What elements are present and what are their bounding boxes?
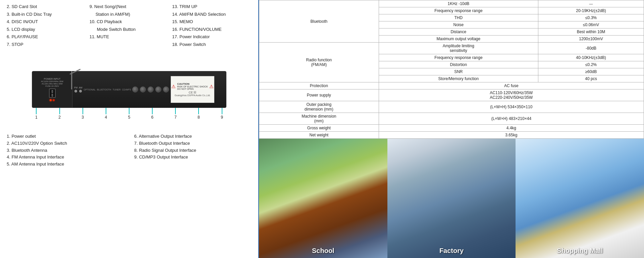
feature-item: 11. MUTE [90,34,169,40]
knob1 [132,86,138,92]
spec-val: — [538,0,644,7]
feature-item: 4. DISC IN/OUT [7,18,86,25]
power-outlet [49,88,56,98]
spec-val-distance: Best within 10M [538,28,644,36]
connector-line-3: 3 [82,108,84,120]
power-indicator-label: 17. Power Indicator [172,34,252,40]
specs-table: Bluetooth 1KHz -10dB — Frequency respons… [259,0,644,139]
feature-item: 2. SD Card Slot [7,3,86,10]
spec-val-protection: AC fuse [379,82,644,89]
spec-name-distance: Distance [379,28,538,36]
back-label-6: 6. Alternative Output Interface [134,133,252,140]
feature-item: 16. FUNCTION/VOLUME [172,26,252,33]
feature-col3: 13. TRIM UP 14. AM/FM BAND Selection 15.… [172,3,252,48]
back-labels-col2: 6. Alternative Output Interface 7. Bluet… [134,133,252,168]
back-label-9: 9. CD/MP3 Output Interface [134,154,252,161]
factory-label: Factory [439,247,464,255]
back-label-3: 3. Bluetooth Antenna [7,147,124,154]
spec-name-radio-freq: Frequency response range [379,54,538,61]
feature-item: 13. TRIM UP [172,3,252,10]
knob3 [148,86,154,92]
school-label: School [312,247,334,255]
factory-image: Factory [387,139,516,258]
device-section: POWER INPUTAC110V-220V/40hz 35WAC220-240… [7,53,252,126]
spec-val-snr: ≥60dB [538,68,644,75]
back-labels-section: 1. Power outlet 2. AC110V/220V Option Sw… [7,133,252,168]
back-labels-col1: 1. Power outlet 2. AC110V/220V Option Sw… [7,133,124,168]
spec-cat-power: Power supply [259,89,379,101]
feature-item: 10. CD Playback [90,18,169,25]
spec-val-machine: (L×W×H) 483×210×44 [379,113,644,125]
connector-line-7: 7 [174,108,177,120]
spec-val-amp: -80dB [538,43,644,54]
back-label-5: 5. AM Antenna Input Interface [7,161,124,168]
mall-label: Shopping Mall [557,247,603,255]
connector-line-8: 8 [198,108,200,120]
mode-switch-button-label: Mode Switch Button [90,26,169,33]
feature-item: 9. Next Song/(Next [90,3,169,10]
device-right-section: ⚠ CAUTION RISK OF ELECTRIC SHOCK DO NOT … [159,71,226,108]
spec-name-amp: Amplitude limitingsensitivity [379,43,538,54]
connector-line-1: 1 [35,108,38,120]
knob2 [140,86,146,92]
back-label-2: 2. AC110V/220V Option Switch [7,140,124,147]
spec-val-distortion: ≤0.2% [538,61,644,68]
spec-name-distortion: Distortion [379,61,538,68]
spec-cat-machine: Machine dimension(mm) [259,113,379,125]
spec-name-thd: THD [379,14,538,21]
left-panel: 2. SD Card Slot 3. Built-in CD Disc Tray… [0,0,258,258]
spec-val-noise: ≤0.06mV [538,21,644,28]
feature-item: 3. Built-in CD Disc Tray [7,11,86,18]
device-middle: FM AM OPTIONAL BLUETOOTH TUNER CD/MP3 [72,71,159,108]
led-red2 [53,99,55,101]
school-image: School [259,139,387,258]
spec-name-snr: SNR [379,68,538,75]
caution-box: ⚠ CAUTION RISK OF ELECTRIC SHOCK DO NOT … [171,76,214,103]
spec-val-maxvolt: 1200±100mV [538,36,644,43]
feature-item: Station in AM/FM) [90,11,169,18]
spec-val-net: 3.65kg [379,132,644,139]
spec-cat-gross: Gross weight [259,125,379,132]
images-section: School Factory Shopping Mall [259,139,644,258]
feature-item: 14. AM/FM BAND Selection [172,11,252,18]
specs-wrapper: Bluetooth 1KHz -10dB — Frequency respons… [259,0,644,139]
feature-list: 2. SD Card Slot 3. Built-in CD Disc Tray… [7,3,252,48]
led-red [50,99,52,101]
spec-cat-outer: Outer packingdimension (mm) [259,101,379,113]
mall-image: Shopping Mall [516,139,644,258]
spec-name-store: Store/Memory function [379,75,538,82]
spec-val-gross: 4.4kg [379,125,644,132]
spec-cat-protection: Protection [259,82,379,89]
connector-line-2: 2 [58,108,61,120]
spec-val-outer: (L×W×H) 534×350×110 [379,101,644,113]
connector-line-6: 6 [151,108,154,120]
feature-item: 18. Power Switch [172,41,252,48]
connector-line-9: 9 [221,108,223,120]
spec-name-maxvolt: Maximum output voltage [379,36,538,43]
spec-val-store: 40 pcs [538,75,644,82]
right-panel: Bluetooth 1KHz -10dB — Frequency respons… [259,0,644,258]
spec-val-radio-freq: 40-10KHz(±3dB) [538,54,644,61]
spec-cat-net: Net weight [259,132,379,139]
feature-item: 15. MEMO [172,18,252,25]
device-power-section: POWER INPUTAC110V-220V/40hz 35WAC220-240… [32,71,72,108]
back-label-1: 1. Power outlet [7,133,124,140]
spec-val-power: AC110-120V/60Hz/35WAC220-240V/50Hz/35W [379,89,644,101]
feature-item: 5. LCD display [7,26,86,33]
connector-line-4: 4 [105,108,107,120]
feature-col1: 2. SD Card Slot 3. Built-in CD Disc Tray… [7,3,86,48]
spec-cat-radio: Radio function(FM/AM) [259,43,379,82]
spec-val-thd: ≤0.3% [538,14,644,21]
spec-val-freq: 20-19KHz(±2dB) [538,7,644,14]
spec-name: 1KHz -10dB [379,0,538,7]
feature-item: 7. STOP [7,41,86,48]
spec-cat-bluetooth: Bluetooth [259,0,379,43]
back-label-8: 8. Radio Signal Output Interface [134,147,252,154]
feature-item: 6. PLAY/PAUSE [7,34,86,40]
feature-col2: 9. Next Song/(Next Station in AM/FM) 10.… [90,3,169,48]
device-body: POWER INPUTAC110V-220V/40hz 35WAC220-240… [32,71,226,108]
spec-name-noise: Noise [379,21,538,28]
connector-line-5: 5 [128,108,130,120]
spec-name-freq: Frequency response range [379,7,538,14]
back-label-4: 4. FM Antenna Input Interface [7,154,124,161]
